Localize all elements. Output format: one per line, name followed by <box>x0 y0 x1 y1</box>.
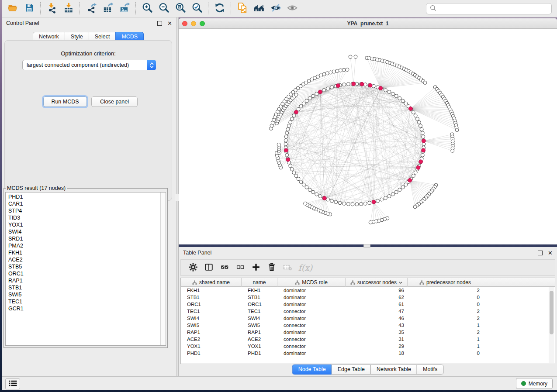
select-all-button[interactable] <box>217 261 232 274</box>
mcds-result-item[interactable]: SRD1 <box>8 235 160 242</box>
duplicate-network-button[interactable] <box>234 2 251 16</box>
close-panel-icon[interactable]: ✕ <box>167 21 172 25</box>
open-session-button[interactable] <box>4 2 21 16</box>
mcds-result-item[interactable]: CAR1 <box>8 200 160 207</box>
float-panel-icon[interactable] <box>157 21 162 26</box>
checked-checkboxes-icon <box>219 262 230 273</box>
task-history-button[interactable] <box>5 378 20 389</box>
network-graph[interactable] <box>179 29 557 244</box>
mcds-result-list[interactable]: PHD1CAR1STP4TID3YOX1SWI4SRD1PMA2FKH1ACE2… <box>6 193 160 345</box>
import-table-icon <box>63 2 74 15</box>
column-header-name[interactable]: name <box>242 278 277 287</box>
table-cell: 1 <box>408 323 483 328</box>
table-cell: 35 <box>346 330 408 335</box>
mcds-result-item[interactable]: STB5 <box>8 263 160 270</box>
table-cell: ACE2 <box>181 337 242 342</box>
sort-descending-icon <box>399 281 402 284</box>
shared-column-icon <box>419 280 424 285</box>
show-all-button[interactable] <box>284 2 301 16</box>
table-cell: dominator <box>277 295 346 300</box>
zoom-out-button[interactable] <box>156 2 172 16</box>
horizontal-splitter-grip[interactable] <box>363 244 370 248</box>
table-cell: 31 <box>346 337 408 342</box>
export-image-button[interactable] <box>116 2 133 16</box>
mcds-result-item[interactable]: PMA2 <box>8 242 160 249</box>
mcds-result-item[interactable]: SWI4 <box>8 228 160 235</box>
table-row[interactable]: TEC1TEC1connector472 <box>181 308 555 315</box>
optimization-criterion-label: Optimization criterion: <box>5 50 172 57</box>
table-cell: 1 <box>408 337 483 342</box>
table-cell: 18 <box>346 351 408 356</box>
deselect-all-button[interactable] <box>232 261 248 274</box>
table-row[interactable]: FKH1FKH1dominator962 <box>181 287 555 294</box>
table-cell: ORC1 <box>242 302 277 307</box>
export-network-button[interactable] <box>83 2 100 16</box>
table-settings-button[interactable] <box>185 261 201 274</box>
mcds-result-item[interactable]: TEC1 <box>8 298 160 305</box>
table-row[interactable]: SWI4SWI4dominator462 <box>181 315 555 322</box>
table-row[interactable]: YOX1YOX1connector291 <box>181 343 555 350</box>
mcds-result-item[interactable]: YOX1 <box>8 221 160 228</box>
table-row[interactable]: STB1STB1dominator620 <box>181 294 555 301</box>
save-session-button[interactable] <box>21 2 38 16</box>
table-cell: connector <box>277 323 346 328</box>
hide-selected-button[interactable] <box>267 2 284 16</box>
mcds-result-item[interactable]: STB1 <box>8 284 160 291</box>
table-row[interactable]: PHD1PHD1dominator180 <box>181 350 555 357</box>
optimization-criterion-select[interactable]: largest connected component (undirected) <box>22 60 156 70</box>
mcds-result-item[interactable]: FKH1 <box>8 249 160 256</box>
mcds-result-item[interactable]: SWI5 <box>8 291 160 298</box>
mcds-result-item[interactable]: ACE2 <box>8 256 160 263</box>
table-row[interactable]: ACE2ACE2connector311 <box>181 336 555 343</box>
zoom-selected-button[interactable] <box>189 2 205 16</box>
table-scrollbar-thumb[interactable] <box>550 291 554 334</box>
table-cell: YOX1 <box>181 344 242 349</box>
tab-edge-table[interactable]: Edge Table <box>332 364 371 375</box>
tab-network-table[interactable]: Network Table <box>370 364 417 375</box>
mcds-result-item[interactable]: RAP1 <box>8 277 160 284</box>
export-table-button[interactable] <box>100 2 116 16</box>
mcds-result-item[interactable]: ORC1 <box>8 270 160 277</box>
delete-row-button[interactable] <box>264 261 280 274</box>
search-box[interactable] <box>426 3 552 14</box>
column-header-mcds-role[interactable]: MCDS role <box>277 278 346 287</box>
network-window-title: YPA_prune.txt_1 <box>179 21 557 27</box>
zoom-fit-button[interactable] <box>172 2 189 16</box>
column-visibility-button[interactable] <box>201 261 217 274</box>
import-table-button[interactable] <box>60 2 77 16</box>
column-header-shared-name[interactable]: shared name <box>181 278 242 287</box>
eye-slash-icon <box>269 2 282 15</box>
network-window-titlebar[interactable]: YPA_prune.txt_1 <box>179 18 557 29</box>
mcds-result-item[interactable]: PHD1 <box>8 193 160 200</box>
import-network-button[interactable] <box>44 2 60 16</box>
tab-motifs[interactable]: Motifs <box>417 364 443 375</box>
table-row[interactable]: ORC1ORC1dominator610 <box>181 301 555 308</box>
add-row-button[interactable] <box>248 261 264 274</box>
table-cell: STB1 <box>242 295 277 300</box>
mcds-list-scrollbar[interactable] <box>160 193 166 345</box>
memory-button[interactable]: Memory <box>516 378 553 389</box>
mcds-result-item[interactable]: GCR1 <box>8 305 160 312</box>
float-table-panel-icon[interactable] <box>538 251 543 255</box>
refresh-view-button[interactable] <box>211 2 228 16</box>
status-bar: Memory <box>2 376 557 390</box>
close-table-panel-icon[interactable]: ✕ <box>548 251 553 255</box>
mcds-result-item[interactable]: STP4 <box>8 207 160 214</box>
import-network-icon <box>46 2 58 15</box>
network-canvas[interactable] <box>179 29 557 244</box>
table-cell: SWI4 <box>181 316 242 321</box>
table-cell: RAP1 <box>181 330 242 335</box>
first-neighbors-button[interactable] <box>251 2 267 16</box>
table-cell: ORC1 <box>181 302 242 307</box>
mcds-result-item[interactable]: TID3 <box>8 214 160 221</box>
column-header-predecessor-nodes[interactable]: predecessor nodes <box>408 278 483 287</box>
close-panel-button[interactable]: Close panel <box>91 96 138 107</box>
zoom-in-button[interactable] <box>139 2 156 16</box>
search-input[interactable] <box>439 5 548 12</box>
run-mcds-button[interactable]: Run MCDS <box>43 96 87 107</box>
column-header-successor-nodes[interactable]: successor nodes <box>346 278 408 287</box>
table-row[interactable]: RAP1RAP1dominator352 <box>181 329 555 336</box>
tab-node-table[interactable]: Node Table <box>292 364 332 375</box>
table-row[interactable]: SWI5SWI5connector431 <box>181 322 555 329</box>
table-scrollbar[interactable] <box>549 287 554 363</box>
